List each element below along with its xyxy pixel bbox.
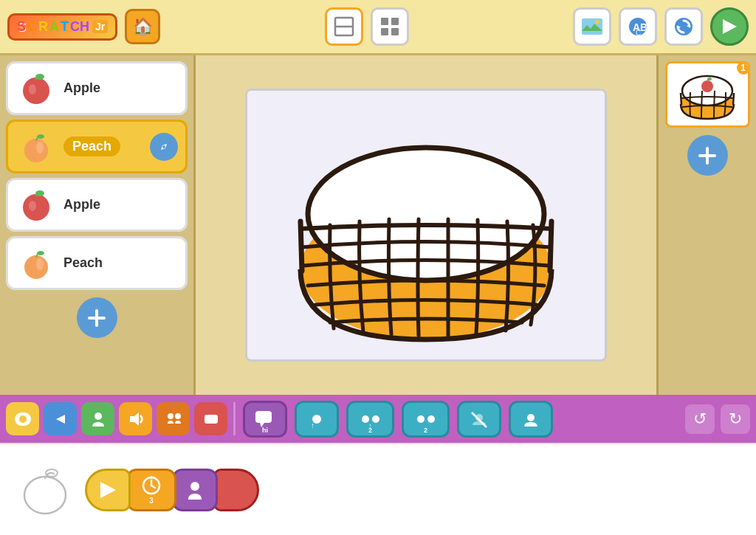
block-grow[interactable]: ↑ <box>295 401 339 438</box>
stage-canvas <box>271 100 581 351</box>
script-block-person[interactable] <box>172 469 218 511</box>
category-motion[interactable] <box>44 402 77 435</box>
text-button[interactable]: AB C <box>619 7 657 46</box>
category-end[interactable] <box>194 402 227 435</box>
svg-point-53 <box>175 413 181 419</box>
show-icon <box>520 409 542 429</box>
add-sprite-icon <box>86 308 107 328</box>
text-icon: AB C <box>627 16 649 37</box>
sprite-name-apple2: Apple <box>63 197 100 213</box>
svg-marker-15 <box>723 19 737 34</box>
svg-point-44 <box>707 77 712 80</box>
svg-line-72 <box>151 486 155 488</box>
add-scene-icon <box>697 145 718 166</box>
layout-button[interactable] <box>325 7 363 46</box>
sprite-name-apple1: Apple <box>63 80 100 96</box>
top-bar: S C R A T CH Jr 🏠 AB <box>0 0 756 55</box>
svg-rect-6 <box>582 18 602 35</box>
redo-icon: ↻ <box>729 410 742 429</box>
scene-icon <box>581 18 603 35</box>
separator <box>233 402 236 435</box>
svg-point-29 <box>36 258 44 270</box>
svg-text:C: C <box>636 29 641 37</box>
svg-point-26 <box>35 190 44 196</box>
svg-point-8 <box>595 20 599 24</box>
category-sound[interactable] <box>119 402 152 435</box>
svg-line-42 <box>733 93 734 105</box>
scene-panel: 1 <box>656 55 756 395</box>
svg-point-50 <box>94 413 102 420</box>
block-size[interactable]: 2 <box>402 401 450 438</box>
apple1-icon <box>16 68 56 108</box>
category-trigger[interactable] <box>6 402 39 435</box>
svg-marker-49 <box>56 415 65 424</box>
sound-icon <box>126 409 146 429</box>
grid-icon <box>379 16 400 37</box>
refresh-button[interactable] <box>664 7 703 46</box>
category-looks[interactable] <box>81 402 114 435</box>
svg-point-67 <box>24 477 66 514</box>
svg-rect-54 <box>205 415 218 424</box>
person-icon <box>184 479 206 501</box>
script-area: 3 <box>0 443 756 535</box>
scene-thumbnail-1[interactable]: 1 <box>665 61 750 128</box>
svg-point-30 <box>37 251 44 255</box>
svg-point-43 <box>701 80 713 92</box>
green-flag-button[interactable] <box>710 7 749 46</box>
undo-button[interactable]: ↺ <box>685 404 715 434</box>
add-scene-button[interactable] <box>687 135 728 176</box>
svg-point-16 <box>23 77 49 104</box>
looks-icon <box>88 409 109 429</box>
shrink-label: 2 <box>368 427 372 434</box>
undo-icon: ↺ <box>693 410 707 429</box>
edit-sprite-icon[interactable] <box>150 133 178 161</box>
sprite-item-peach1[interactable]: Peach <box>6 120 188 173</box>
svg-text:↑: ↑ <box>311 421 315 429</box>
say-label: hi <box>262 427 268 434</box>
sprite-item-apple1[interactable]: Apple <box>6 61 188 115</box>
flag-icon <box>719 16 740 37</box>
scene-button[interactable] <box>573 7 611 46</box>
block-shrink[interactable]: ↑ 2 <box>346 401 394 438</box>
category-control[interactable] <box>157 402 190 435</box>
home-button[interactable]: 🏠 <box>125 9 160 44</box>
grow-icon: ↑ <box>306 409 328 429</box>
sprite-item-apple2[interactable]: Apple <box>6 178 188 232</box>
script-block-wait[interactable]: 3 <box>126 469 176 511</box>
add-sprite-button[interactable] <box>77 297 117 338</box>
hide-icon <box>468 409 490 429</box>
script-block-end[interactable] <box>213 469 259 511</box>
svg-line-41 <box>681 93 681 105</box>
trigger-icon <box>13 409 33 429</box>
svg-point-28 <box>24 255 48 279</box>
redo-button[interactable]: ↻ <box>721 404 750 434</box>
svg-rect-5 <box>391 28 399 35</box>
sprite-item-peach2[interactable]: Peach <box>6 236 188 290</box>
motion-icon <box>50 409 71 429</box>
svg-point-66 <box>527 414 535 421</box>
peach2-icon <box>16 243 56 283</box>
undo-redo-group: ↺ ↻ <box>685 404 750 434</box>
app-logo: S C R A T CH Jr <box>7 13 117 41</box>
block-say[interactable]: hi <box>243 401 287 438</box>
svg-point-75 <box>190 482 199 491</box>
say-icon <box>254 410 276 428</box>
refresh-icon <box>673 15 695 38</box>
script-block-flag[interactable] <box>85 469 131 511</box>
apple2-icon <box>16 184 56 225</box>
svg-marker-69 <box>100 482 116 498</box>
svg-rect-4 <box>381 28 388 35</box>
svg-point-18 <box>29 84 36 94</box>
sprite-name-peach2: Peach <box>63 255 103 271</box>
grid-button[interactable] <box>371 7 409 46</box>
block-show[interactable] <box>509 401 553 438</box>
block-toolbar: hi ↑ ↑ 2 2 <box>0 395 756 443</box>
svg-point-62 <box>417 415 425 423</box>
peach1-icon <box>16 126 56 167</box>
stage[interactable] <box>245 89 607 362</box>
end-icon <box>201 409 221 429</box>
main-area: Apple Peach <box>0 55 756 395</box>
block-hide[interactable] <box>457 401 501 438</box>
sprite-panel: Apple Peach <box>0 55 196 395</box>
layout-icon <box>334 16 354 37</box>
